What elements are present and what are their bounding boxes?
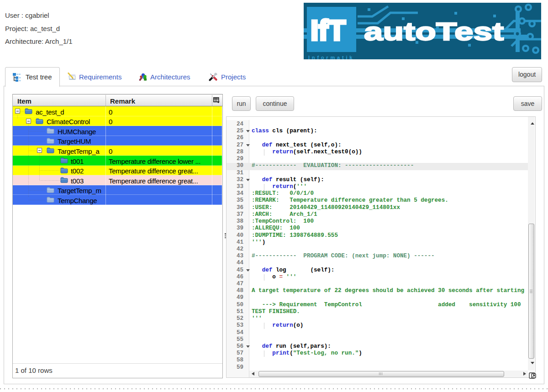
svg-text:IfT: IfT xyxy=(311,14,346,46)
svg-text:autoTest: autoTest xyxy=(364,17,504,45)
svg-text:Informatik: Informatik xyxy=(308,55,354,59)
